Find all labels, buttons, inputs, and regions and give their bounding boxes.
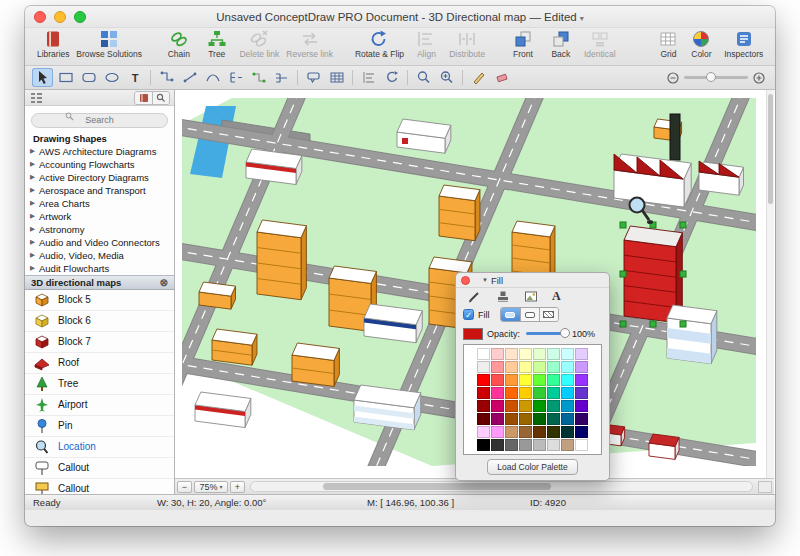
palette-swatch[interactable]	[575, 400, 588, 412]
zoom-area-tool[interactable]	[413, 68, 434, 87]
palette-swatch[interactable]	[505, 348, 518, 360]
zoom-out-icon[interactable]	[667, 72, 679, 84]
palette-swatch[interactable]	[547, 361, 560, 373]
reverse-link-button[interactable]: Reverse link	[288, 29, 332, 59]
palette-swatch[interactable]	[505, 439, 518, 451]
palette-swatch[interactable]	[477, 374, 490, 386]
pencil-tool[interactable]	[468, 68, 489, 87]
library-item[interactable]: ▶Area Charts	[25, 197, 174, 210]
section-close-icon[interactable]: ⊗	[160, 277, 168, 288]
library-item[interactable]: ▶Audio and Video Connectors	[25, 236, 174, 249]
browse-solutions-button[interactable]: Browse Solutions	[78, 29, 139, 59]
palette-swatch[interactable]	[575, 387, 588, 399]
palette-swatch[interactable]	[519, 400, 532, 412]
palette-swatch[interactable]	[547, 374, 560, 386]
table-tool[interactable]	[326, 68, 347, 87]
zoom-level-dropdown[interactable]: 75%▾	[194, 481, 228, 493]
align-shapes-tool[interactable]	[358, 68, 379, 87]
load-color-palette-button[interactable]: Load Color Palette	[487, 459, 577, 475]
delete-link-button[interactable]: Delete link	[241, 29, 278, 59]
palette-swatch[interactable]	[491, 439, 504, 451]
title-chevron-icon[interactable]: ▾	[580, 14, 584, 23]
zoom-slider-track[interactable]	[684, 76, 748, 79]
connector-network-tool[interactable]	[271, 68, 292, 87]
palette-swatch[interactable]	[519, 426, 532, 438]
shape-item-pin[interactable]: Pin	[25, 416, 174, 437]
palette-swatch[interactable]	[533, 439, 546, 451]
rotate-flip-button[interactable]: Rotate & Flip	[357, 29, 403, 59]
palette-swatch[interactable]	[477, 426, 490, 438]
libraries-button[interactable]: Libraries	[38, 29, 68, 59]
identical-button[interactable]: Identical	[585, 29, 615, 59]
connector-elbow-tool[interactable]	[156, 68, 177, 87]
palette-swatch[interactable]	[547, 348, 560, 360]
disclosure-icon[interactable]: ▶	[30, 225, 39, 233]
palette-swatch[interactable]	[561, 348, 574, 360]
disclosure-icon[interactable]: ▶	[30, 238, 39, 246]
color-button[interactable]: Color	[687, 29, 715, 59]
palette-swatch[interactable]	[491, 413, 504, 425]
fill-dialog-close-button[interactable]	[461, 276, 470, 285]
distribute-button[interactable]: Distribute	[450, 29, 484, 59]
section-header-3d-directional-maps[interactable]: 3D directional maps ⊗	[25, 275, 174, 290]
shape-item-location[interactable]: Location	[25, 437, 174, 458]
fill-pattern-option[interactable]	[539, 308, 558, 321]
palette-swatch[interactable]	[561, 426, 574, 438]
zoom-out-button[interactable]: −	[177, 481, 192, 493]
library-search-tab[interactable]	[152, 92, 169, 104]
front-button[interactable]: Front	[509, 29, 537, 59]
palette-swatch[interactable]	[575, 439, 588, 451]
library-book-tab[interactable]	[135, 92, 152, 104]
palette-swatch[interactable]	[561, 400, 574, 412]
palette-swatch[interactable]	[533, 426, 546, 438]
palette-swatch[interactable]	[519, 348, 532, 360]
palette-swatch[interactable]	[561, 361, 574, 373]
palette-swatch[interactable]	[491, 426, 504, 438]
palette-swatch[interactable]	[477, 439, 490, 451]
palette-swatch[interactable]	[505, 387, 518, 399]
palette-swatch[interactable]	[547, 400, 560, 412]
align-button[interactable]: Align	[412, 29, 440, 59]
palette-swatch[interactable]	[477, 348, 490, 360]
palette-swatch[interactable]	[477, 413, 490, 425]
shape-item-roof[interactable]: Roof	[25, 353, 174, 374]
library-item[interactable]: ▶Audit Flowcharts	[25, 262, 174, 275]
zoom-slider[interactable]	[667, 72, 765, 84]
vertical-scrollbar[interactable]	[766, 90, 774, 478]
shape-item-callout-2[interactable]: Callout	[25, 479, 174, 495]
palette-swatch[interactable]	[561, 374, 574, 386]
library-item[interactable]: ▶Aerospace and Transport	[25, 184, 174, 197]
horizontal-scrollbar-thumb[interactable]	[323, 483, 551, 490]
zoom-in-icon[interactable]	[753, 72, 765, 84]
library-item[interactable]: ▶AWS Architecture Diagrams	[25, 145, 174, 158]
disclosure-icon[interactable]: ▶	[30, 186, 39, 194]
library-item[interactable]: ▶Accounting Flowcharts	[25, 158, 174, 171]
disclosure-icon[interactable]: ▶	[30, 160, 39, 168]
rotate-shape-tool[interactable]	[381, 68, 402, 87]
ellipse-tool[interactable]	[101, 68, 122, 87]
disclosure-icon[interactable]: ▶	[30, 251, 39, 259]
zoom-slider-knob[interactable]	[706, 72, 716, 82]
palette-swatch[interactable]	[519, 439, 532, 451]
zoom-in-button[interactable]: +	[230, 481, 245, 493]
shape-item-block5[interactable]: Block 5	[25, 290, 174, 311]
disclosure-icon[interactable]: ▶	[30, 264, 39, 272]
shape-item-block6[interactable]: Block 6	[25, 311, 174, 332]
stamp-tab-icon[interactable]	[496, 290, 510, 303]
palette-swatch[interactable]	[477, 400, 490, 412]
vertical-scrollbar-thumb[interactable]	[768, 94, 773, 204]
palette-swatch[interactable]	[533, 374, 546, 386]
connector-straight-tool[interactable]	[179, 68, 200, 87]
disclosure-icon[interactable]: ▶	[30, 173, 39, 181]
text-tool[interactable]: T	[124, 68, 145, 87]
fill-checkbox[interactable]: ✓	[463, 309, 474, 320]
library-item[interactable]: ▶Active Directory Diagrams	[25, 171, 174, 184]
palette-swatch[interactable]	[561, 439, 574, 451]
palette-swatch[interactable]	[575, 426, 588, 438]
palette-swatch[interactable]	[533, 387, 546, 399]
palette-swatch[interactable]	[575, 413, 588, 425]
connector-tree-tool[interactable]	[225, 68, 246, 87]
palette-swatch[interactable]	[561, 413, 574, 425]
palette-swatch[interactable]	[491, 361, 504, 373]
palette-swatch[interactable]	[519, 413, 532, 425]
